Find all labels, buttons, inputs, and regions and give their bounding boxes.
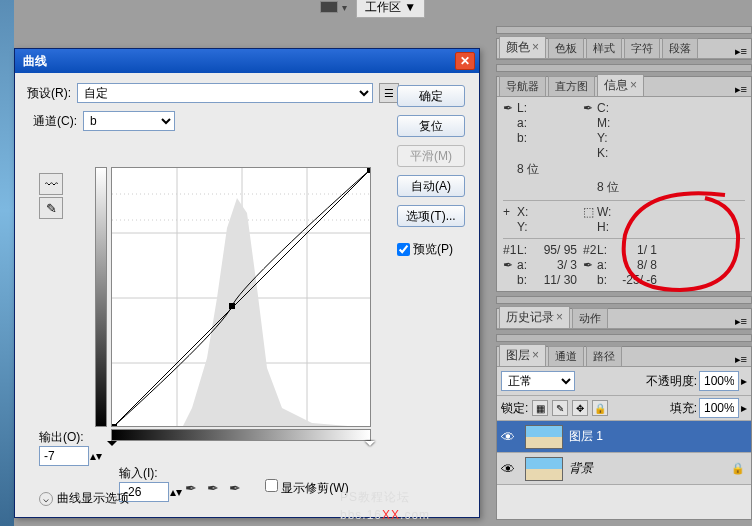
tab-histogram[interactable]: 直方图 [548, 76, 595, 96]
eyedropper-white-icon[interactable]: ✒ [229, 480, 241, 496]
top-toolbar-fragment: ▾ 工作区 ▼ [320, 0, 425, 14]
lock-position-icon[interactable]: ✥ [572, 400, 588, 416]
curves-dialog: 曲线 ✕ 预设(R): 自定 ☰ 通道(C): b 〰 ✎ [14, 48, 480, 518]
curve-tool-column: 〰 ✎ [39, 173, 63, 219]
preset-menu-icon[interactable]: ☰ [379, 83, 399, 103]
eyedropper-icon: ✒ [503, 101, 517, 115]
curve-display-options-label: 曲线显示选项 [57, 490, 129, 507]
sampler-2-b: -25/ -6 [615, 273, 663, 287]
workspace-label[interactable]: 工作区 ▼ [356, 0, 425, 18]
sampler-1-a: 3/ 3 [535, 258, 583, 272]
dialog-title: 曲线 [23, 53, 47, 70]
tab-layers[interactable]: 图层× [499, 344, 546, 366]
panel-collapse-grip[interactable] [496, 26, 752, 34]
lock-all-icon[interactable]: 🔒 [592, 400, 608, 416]
preset-label: 预设(R): [27, 85, 71, 102]
chevron-right-icon[interactable]: ▸ [741, 401, 747, 415]
tab-color[interactable]: 颜色× [499, 36, 546, 58]
chevron-right-icon[interactable]: ▸ [741, 374, 747, 388]
svg-rect-9 [229, 303, 235, 309]
panel-menu-icon[interactable]: ▸≡ [731, 45, 751, 58]
sampler-1-label: #1 [503, 243, 517, 257]
tab-character[interactable]: 字符 [624, 38, 660, 58]
crosshair-icon: + [503, 205, 517, 219]
eyedropper-gray-icon[interactable]: ✒ [207, 480, 219, 496]
layer-row[interactable]: 👁 背景 🔒 [497, 453, 751, 485]
input-gradient-bar[interactable] [111, 429, 371, 441]
tab-channels[interactable]: 通道 [548, 346, 584, 366]
tab-styles[interactable]: 样式 [586, 38, 622, 58]
background-image-edge [0, 0, 14, 526]
layer-name[interactable]: 背景 [569, 460, 731, 477]
tab-actions[interactable]: 动作 [572, 308, 608, 328]
eyedropper-black-icon[interactable]: ✒ [185, 480, 197, 496]
fill-input[interactable] [699, 398, 739, 418]
visibility-toggle-icon[interactable]: 👁 [497, 461, 519, 477]
opacity-input[interactable] [699, 371, 739, 391]
chevron-down-icon[interactable]: ▾ [342, 2, 352, 12]
input-label: 输入(I): [119, 465, 183, 482]
sampler-1-b: 11/ 30 [535, 273, 583, 287]
info-panel-group: 导航器 直方图 信息× ▸≡ ✒L: ✒C: a: M: b: Y: K: 8 … [496, 76, 752, 292]
visibility-toggle-icon[interactable]: 👁 [497, 429, 519, 445]
ok-button[interactable]: 确定 [397, 85, 465, 107]
preview-label: 预览(P) [413, 241, 453, 258]
layer-row[interactable]: 👁 图层 1 [497, 421, 751, 453]
sampler-2-a: 8/ 8 [615, 258, 663, 272]
layer-name[interactable]: 图层 1 [569, 428, 751, 445]
layer-thumbnail[interactable] [525, 457, 563, 481]
tab-paragraph[interactable]: 段落 [662, 38, 698, 58]
dialog-titlebar[interactable]: 曲线 ✕ [15, 49, 479, 73]
tab-paths[interactable]: 路径 [586, 346, 622, 366]
lock-icon: 🔒 [731, 462, 745, 475]
lock-label: 锁定: [501, 400, 528, 417]
tab-info[interactable]: 信息× [597, 74, 644, 96]
channel-select[interactable]: b [83, 111, 175, 131]
svg-rect-10 [112, 424, 117, 427]
panel-collapse-grip[interactable] [496, 334, 752, 342]
reset-button[interactable]: 复位 [397, 115, 465, 137]
lock-pixels-icon[interactable]: ✎ [552, 400, 568, 416]
bit-depth-right: 8 位 [597, 179, 663, 196]
curves-graph[interactable] [111, 167, 371, 427]
sampler-2-label: #2 [583, 243, 597, 257]
dimensions-icon: ⬚ [583, 205, 597, 219]
panel-collapse-grip[interactable] [496, 296, 752, 304]
tab-navigator[interactable]: 导航器 [499, 76, 546, 96]
options-button[interactable]: 选项(T)... [397, 205, 465, 227]
stepper-icon[interactable]: ▴▾ [169, 485, 183, 499]
tab-history[interactable]: 历史记录× [499, 306, 570, 328]
curve-point-tool-icon[interactable]: 〰 [39, 173, 63, 195]
output-label: 输出(O): [39, 429, 103, 446]
stepper-icon[interactable]: ▴▾ [89, 449, 103, 463]
screen-mode-icon[interactable] [320, 1, 338, 13]
output-gradient-bar [95, 167, 107, 427]
eyedropper-icon: ✒ [583, 101, 597, 115]
show-clipping-label: 显示修剪(W) [281, 481, 348, 495]
layers-panel-group: 图层× 通道 路径 ▸≡ 正常 不透明度: ▸ 锁定: ▦ ✎ ✥ 🔒 填充: … [496, 346, 752, 520]
color-panel-group: 颜色× 色板 样式 字符 段落 ▸≡ [496, 38, 752, 60]
panel-menu-icon[interactable]: ▸≡ [731, 83, 751, 96]
smooth-button: 平滑(M) [397, 145, 465, 167]
panel-collapse-grip[interactable] [496, 64, 752, 72]
disclosure-toggle-icon[interactable]: ⌵ [39, 492, 53, 506]
show-clipping-checkbox[interactable] [265, 479, 278, 492]
preset-select[interactable]: 自定 [77, 83, 373, 103]
preview-checkbox[interactable] [397, 243, 410, 256]
sampler-2-L: 1/ 1 [615, 243, 663, 257]
panel-menu-icon[interactable]: ▸≡ [731, 353, 751, 366]
curve-pencil-tool-icon[interactable]: ✎ [39, 197, 63, 219]
blend-mode-select[interactable]: 正常 [501, 371, 575, 391]
history-panel-group: 历史记录× 动作 ▸≡ [496, 308, 752, 330]
tab-swatches[interactable]: 色板 [548, 38, 584, 58]
auto-button[interactable]: 自动(A) [397, 175, 465, 197]
close-button[interactable]: ✕ [455, 52, 475, 70]
watermark: PS教程论坛 bbs.16XX.com [340, 488, 430, 522]
layer-thumbnail[interactable] [525, 425, 563, 449]
output-input[interactable] [39, 446, 89, 466]
lock-transparency-icon[interactable]: ▦ [532, 400, 548, 416]
sampler-1-L: 95/ 95 [535, 243, 583, 257]
panel-menu-icon[interactable]: ▸≡ [731, 315, 751, 328]
opacity-label: 不透明度: [646, 373, 697, 390]
bit-depth-left: 8 位 [517, 161, 583, 178]
